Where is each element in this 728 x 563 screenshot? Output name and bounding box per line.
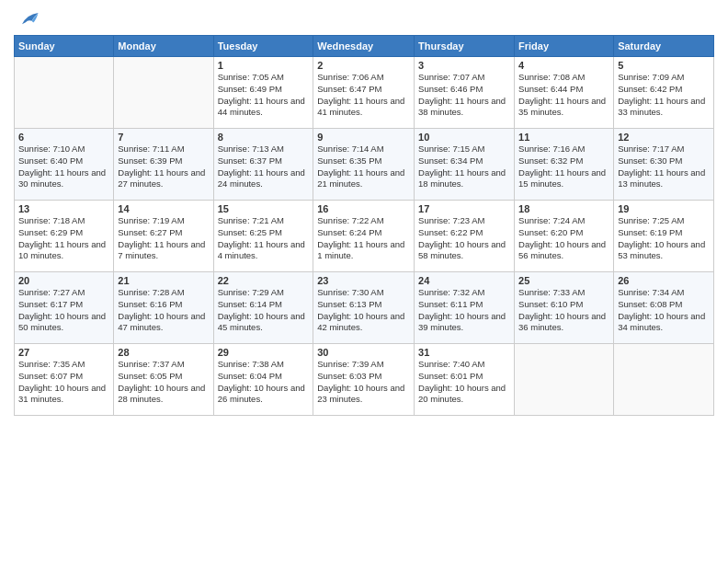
day-info: Sunrise: 7:17 AMSunset: 6:30 PMDaylight:… [618,144,710,190]
day-number: 18 [518,203,609,214]
day-number: 16 [317,203,410,214]
day-number: 27 [18,347,109,358]
week-row-1: 1Sunrise: 7:05 AMSunset: 6:49 PMDaylight… [15,57,714,129]
calendar-cell: 2Sunrise: 7:06 AMSunset: 6:47 PMDaylight… [313,57,415,129]
calendar-cell: 11Sunrise: 7:16 AMSunset: 6:32 PMDayligh… [515,129,614,201]
calendar-cell: 30Sunrise: 7:39 AMSunset: 6:03 PMDayligh… [313,344,415,416]
calendar-cell: 18Sunrise: 7:24 AMSunset: 6:20 PMDayligh… [515,201,614,272]
day-info: Sunrise: 7:37 AMSunset: 6:05 PMDaylight:… [118,359,209,406]
day-info: Sunrise: 7:09 AMSunset: 6:42 PMDaylight:… [618,72,710,119]
calendar-cell: 27Sunrise: 7:35 AMSunset: 6:07 PMDayligh… [15,344,114,416]
calendar-cell: 1Sunrise: 7:05 AMSunset: 6:49 PMDaylight… [213,57,313,129]
calendar-cell: 31Sunrise: 7:40 AMSunset: 6:01 PMDayligh… [415,344,515,416]
day-number: 22 [218,275,310,286]
calendar-cell [15,57,114,129]
day-info: Sunrise: 7:19 AMSunset: 6:27 PMDaylight:… [118,215,209,262]
day-info: Sunrise: 7:14 AMSunset: 6:35 PMDaylight:… [317,144,410,190]
day-number: 31 [418,347,510,358]
day-number: 29 [218,347,310,358]
day-number: 1 [218,60,310,71]
day-number: 11 [518,132,609,143]
logo-bird-icon [16,9,41,29]
week-row-5: 27Sunrise: 7:35 AMSunset: 6:07 PMDayligh… [15,344,714,416]
weekday-header-row: SundayMondayTuesdayWednesdayThursdayFrid… [15,36,714,57]
day-number: 19 [618,203,710,214]
day-info: Sunrise: 7:25 AMSunset: 6:19 PMDaylight:… [618,215,710,262]
day-number: 10 [418,132,510,143]
weekday-header-tuesday: Tuesday [213,36,313,57]
day-number: 3 [418,60,510,71]
calendar-cell: 10Sunrise: 7:15 AMSunset: 6:34 PMDayligh… [415,129,515,201]
calendar-cell: 22Sunrise: 7:29 AMSunset: 6:14 PMDayligh… [213,272,313,344]
day-info: Sunrise: 7:05 AMSunset: 6:49 PMDaylight:… [218,72,310,119]
calendar-cell [114,57,213,129]
day-info: Sunrise: 7:38 AMSunset: 6:04 PMDaylight:… [218,359,310,406]
day-number: 15 [218,203,310,214]
weekday-header-monday: Monday [114,36,213,57]
day-number: 6 [18,132,109,143]
day-number: 25 [518,275,609,286]
calendar-cell: 15Sunrise: 7:21 AMSunset: 6:25 PMDayligh… [213,201,313,272]
day-number: 4 [518,60,609,71]
day-info: Sunrise: 7:08 AMSunset: 6:44 PMDaylight:… [518,72,609,119]
week-row-4: 20Sunrise: 7:27 AMSunset: 6:17 PMDayligh… [15,272,714,344]
calendar-cell: 12Sunrise: 7:17 AMSunset: 6:30 PMDayligh… [614,129,714,201]
calendar-cell: 29Sunrise: 7:38 AMSunset: 6:04 PMDayligh… [213,344,313,416]
page-container: SundayMondayTuesdayWednesdayThursdayFrid… [0,0,728,425]
calendar-cell: 8Sunrise: 7:13 AMSunset: 6:37 PMDaylight… [213,129,313,201]
calendar-cell: 3Sunrise: 7:07 AMSunset: 6:46 PMDaylight… [415,57,515,129]
weekday-header-sunday: Sunday [15,36,114,57]
day-info: Sunrise: 7:21 AMSunset: 6:25 PMDaylight:… [218,215,310,262]
calendar-cell: 25Sunrise: 7:33 AMSunset: 6:10 PMDayligh… [515,272,614,344]
day-info: Sunrise: 7:16 AMSunset: 6:32 PMDaylight:… [518,144,609,190]
day-info: Sunrise: 7:33 AMSunset: 6:10 PMDaylight:… [518,287,609,334]
day-number: 17 [418,203,510,214]
day-number: 26 [618,275,710,286]
day-info: Sunrise: 7:23 AMSunset: 6:22 PMDaylight:… [418,215,510,262]
day-number: 8 [218,132,310,143]
day-info: Sunrise: 7:07 AMSunset: 6:46 PMDaylight:… [418,72,510,119]
day-info: Sunrise: 7:40 AMSunset: 6:01 PMDaylight:… [418,359,510,406]
day-info: Sunrise: 7:24 AMSunset: 6:20 PMDaylight:… [518,215,609,262]
day-number: 7 [118,132,209,143]
day-number: 12 [618,132,710,143]
day-info: Sunrise: 7:13 AMSunset: 6:37 PMDaylight:… [218,144,310,190]
day-info: Sunrise: 7:10 AMSunset: 6:40 PMDaylight:… [18,144,109,190]
day-info: Sunrise: 7:29 AMSunset: 6:14 PMDaylight:… [218,287,310,334]
day-number: 28 [118,347,209,358]
calendar-table: SundayMondayTuesdayWednesdayThursdayFrid… [14,35,714,416]
day-info: Sunrise: 7:27 AMSunset: 6:17 PMDaylight:… [18,287,109,334]
day-number: 20 [18,275,109,286]
weekday-header-friday: Friday [515,36,614,57]
day-info: Sunrise: 7:39 AMSunset: 6:03 PMDaylight:… [317,359,410,406]
day-number: 9 [317,132,410,143]
calendar-cell: 23Sunrise: 7:30 AMSunset: 6:13 PMDayligh… [313,272,415,344]
day-number: 13 [18,203,109,214]
day-number: 30 [317,347,410,358]
day-info: Sunrise: 7:34 AMSunset: 6:08 PMDaylight:… [618,287,710,334]
day-info: Sunrise: 7:30 AMSunset: 6:13 PMDaylight:… [317,287,410,334]
calendar-cell: 21Sunrise: 7:28 AMSunset: 6:16 PMDayligh… [114,272,213,344]
week-row-3: 13Sunrise: 7:18 AMSunset: 6:29 PMDayligh… [15,201,714,272]
calendar-cell: 6Sunrise: 7:10 AMSunset: 6:40 PMDaylight… [15,129,114,201]
calendar-cell: 7Sunrise: 7:11 AMSunset: 6:39 PMDaylight… [114,129,213,201]
calendar-cell: 16Sunrise: 7:22 AMSunset: 6:24 PMDayligh… [313,201,415,272]
page-header [14,9,714,29]
day-info: Sunrise: 7:11 AMSunset: 6:39 PMDaylight:… [118,144,209,190]
weekday-header-wednesday: Wednesday [313,36,415,57]
weekday-header-thursday: Thursday [415,36,515,57]
calendar-cell: 5Sunrise: 7:09 AMSunset: 6:42 PMDaylight… [614,57,714,129]
calendar-cell: 14Sunrise: 7:19 AMSunset: 6:27 PMDayligh… [114,201,213,272]
calendar-cell: 9Sunrise: 7:14 AMSunset: 6:35 PMDaylight… [313,129,415,201]
calendar-cell: 24Sunrise: 7:32 AMSunset: 6:11 PMDayligh… [415,272,515,344]
day-number: 5 [618,60,710,71]
weekday-header-saturday: Saturday [614,36,714,57]
calendar-cell: 17Sunrise: 7:23 AMSunset: 6:22 PMDayligh… [415,201,515,272]
day-number: 23 [317,275,410,286]
calendar-cell: 13Sunrise: 7:18 AMSunset: 6:29 PMDayligh… [15,201,114,272]
day-info: Sunrise: 7:15 AMSunset: 6:34 PMDaylight:… [418,144,510,190]
day-number: 2 [317,60,410,71]
day-number: 21 [118,275,209,286]
calendar-cell: 4Sunrise: 7:08 AMSunset: 6:44 PMDaylight… [515,57,614,129]
calendar-cell: 28Sunrise: 7:37 AMSunset: 6:05 PMDayligh… [114,344,213,416]
